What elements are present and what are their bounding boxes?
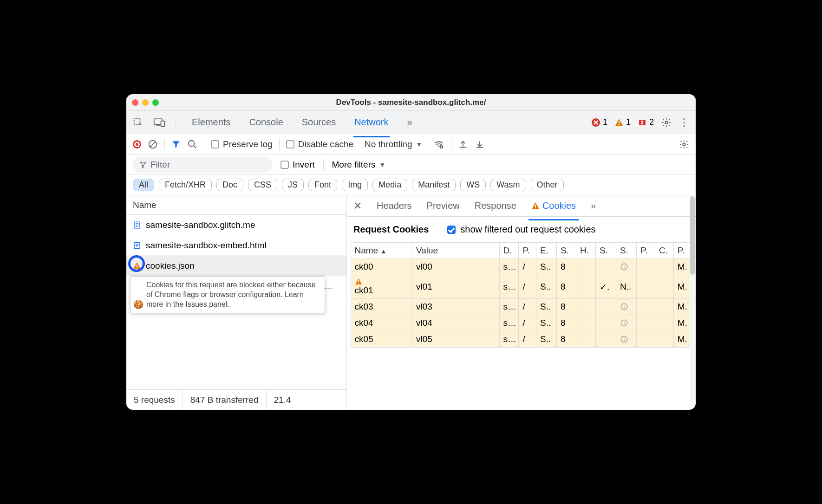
clear-button[interactable] <box>148 139 158 149</box>
summary-transferred: 847 B transferred <box>183 390 267 410</box>
request-row[interactable]: cookies.json <box>126 256 346 276</box>
col-p[interactable]: P. <box>519 243 536 259</box>
cell-name: ck03 <box>351 299 412 315</box>
request-list: samesite-sandbox.glitch.me samesite-sand… <box>126 215 346 389</box>
cell-d: s… <box>499 299 519 315</box>
table-header-row: Name ▲ Value D. P. E. S. H. S. S. P. C. … <box>351 243 692 259</box>
checkbox-icon <box>211 140 219 149</box>
filter-toggle-icon[interactable] <box>171 140 181 149</box>
tab-network[interactable]: Network <box>353 112 389 132</box>
cell-p: / <box>519 331 536 348</box>
chip-media[interactable]: Media <box>372 179 407 191</box>
upload-har-icon[interactable] <box>458 139 468 149</box>
svg-line-12 <box>150 141 156 147</box>
chip-all[interactable]: All <box>133 179 154 191</box>
col-s1[interactable]: S. <box>557 243 576 259</box>
throttling-select[interactable]: No throttling ▼ <box>360 139 427 149</box>
separator <box>176 116 176 129</box>
request-row[interactable]: samesite-sandbox.glitch.me <box>126 215 346 235</box>
cell-h <box>576 315 596 331</box>
filter-input[interactable]: Filter <box>133 157 272 173</box>
search-icon[interactable] <box>187 139 197 149</box>
cell-p3: M. <box>673 275 692 299</box>
col-h[interactable]: H. <box>576 243 596 259</box>
col-c[interactable]: C. <box>655 243 673 259</box>
filter-bar: Filter Invert More filters ▼ <box>126 155 696 175</box>
invert-toggle[interactable]: Invert <box>281 160 315 170</box>
cell-e: S.. <box>536 275 556 299</box>
table-row[interactable]: ck04vl04s…/S..8M. <box>351 315 692 331</box>
col-d[interactable]: D. <box>499 243 519 259</box>
table-row[interactable]: ck01vl01s…/S..8✓.N..M. <box>351 275 692 299</box>
chip-other[interactable]: Other <box>531 179 564 191</box>
more-filters-dropdown[interactable]: More filters ▼ <box>332 160 386 170</box>
col-p3[interactable]: P. <box>673 243 692 259</box>
preserve-log-toggle[interactable]: Preserve log <box>211 139 273 149</box>
chip-wasm[interactable]: Wasm <box>490 179 526 191</box>
col-p2[interactable]: P. <box>637 243 655 259</box>
svg-rect-5 <box>619 121 620 123</box>
settings-icon[interactable] <box>661 117 672 128</box>
inspect-icon[interactable] <box>133 117 143 128</box>
col-name[interactable]: Name ▲ <box>351 243 412 259</box>
cell-name: ck01 <box>351 275 412 299</box>
scrollbar-thumb[interactable] <box>690 196 695 275</box>
col-value[interactable]: Value <box>412 243 499 259</box>
network-settings-icon[interactable] <box>679 139 689 149</box>
cookies-table: Name ▲ Value D. P. E. S. H. S. S. P. C. … <box>351 242 692 348</box>
col-s2[interactable]: S. <box>595 243 616 259</box>
tab-response[interactable]: Response <box>475 196 516 216</box>
info-icon <box>620 263 633 271</box>
tab-preview[interactable]: Preview <box>427 196 460 216</box>
info-icon <box>620 303 633 311</box>
record-button[interactable] <box>133 140 141 149</box>
info-count: 2 <box>649 117 654 127</box>
detail-tabs-overflow[interactable]: » <box>591 196 596 216</box>
chip-manifest[interactable]: Manifest <box>412 179 456 191</box>
show-filtered-toggle[interactable]: show filtered out request cookies <box>447 224 595 235</box>
download-har-icon[interactable] <box>475 139 485 149</box>
device-toolbar-icon[interactable] <box>153 117 165 128</box>
table-row[interactable]: ck05vl05s…/S..8M. <box>351 331 692 348</box>
chip-doc[interactable]: Doc <box>216 179 243 191</box>
cell-value: vl05 <box>412 331 499 348</box>
invert-label: Invert <box>293 160 315 170</box>
info-icon <box>620 319 633 327</box>
tab-cookies[interactable]: Cookies <box>531 196 576 216</box>
tab-headers[interactable]: Headers <box>377 196 412 216</box>
network-conditions-icon[interactable] <box>433 139 444 149</box>
chip-js[interactable]: JS <box>282 179 304 191</box>
tab-console[interactable]: Console <box>248 112 284 132</box>
preserve-log-label: Preserve log <box>223 139 273 149</box>
close-detail-button[interactable]: ✕ <box>353 200 362 212</box>
cell-p3: M. <box>673 259 692 275</box>
cell-s1: 8 <box>557 331 576 348</box>
issues-errors[interactable]: 1 <box>592 117 607 127</box>
svg-point-13 <box>189 140 195 146</box>
chip-ws[interactable]: WS <box>460 179 486 191</box>
table-row[interactable]: ck00vl00s…/S..8M. <box>351 259 692 275</box>
issues-warnings[interactable]: 1 <box>615 117 631 127</box>
chip-img[interactable]: Img <box>342 179 368 191</box>
disable-cache-toggle[interactable]: Disable cache <box>286 139 353 149</box>
cell-e: S.. <box>536 299 556 315</box>
show-filtered-label: show filtered out request cookies <box>460 224 595 235</box>
issues-info[interactable]: 2 <box>638 117 654 127</box>
table-row[interactable]: ck03vl03s…/S..8M. <box>351 299 692 315</box>
chip-css[interactable]: CSS <box>248 179 277 191</box>
col-e[interactable]: E. <box>536 243 556 259</box>
chip-font[interactable]: Font <box>308 179 337 191</box>
request-row[interactable]: samesite-sandbox-embed.html <box>126 235 346 256</box>
name-column-header[interactable]: Name <box>126 195 346 215</box>
tab-elements[interactable]: Elements <box>191 112 231 132</box>
cell-s1: 8 <box>557 315 576 331</box>
col-s3[interactable]: S. <box>616 243 637 259</box>
tab-sources[interactable]: Sources <box>301 112 337 132</box>
cell-s1: 8 <box>557 299 576 315</box>
scrollbar[interactable] <box>690 196 695 402</box>
more-menu-icon[interactable]: ⋮ <box>679 116 689 129</box>
chip-fetch-xhr[interactable]: Fetch/XHR <box>159 179 212 191</box>
cell-s2 <box>595 299 616 315</box>
tabs-overflow[interactable]: » <box>406 112 413 132</box>
cell-p3: M. <box>673 331 692 348</box>
